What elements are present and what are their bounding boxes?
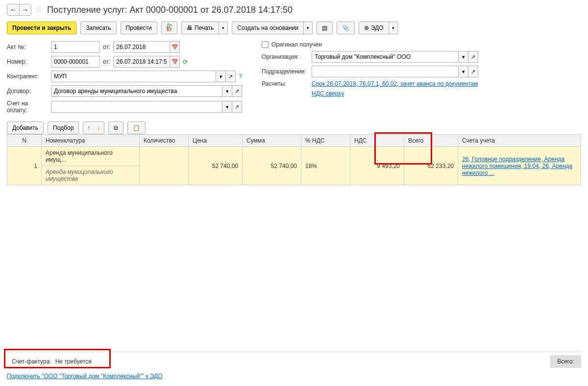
select-rows-button[interactable]: Подбор bbox=[48, 121, 79, 134]
col-total[interactable]: Всего bbox=[404, 135, 458, 147]
attach-button[interactable]: 📎 bbox=[337, 22, 355, 34]
act-no-label: Акт №: bbox=[7, 44, 48, 50]
vat-link[interactable]: НДС сверху bbox=[312, 90, 344, 97]
write-button[interactable]: Записать bbox=[80, 22, 116, 34]
from-label-2: от: bbox=[103, 58, 110, 65]
col-price[interactable]: Цена bbox=[189, 135, 243, 147]
edo-icon: ⊕ bbox=[364, 24, 369, 31]
original-label: Оригинал получен bbox=[271, 41, 322, 48]
counterparty-label: Контрагент: bbox=[7, 73, 48, 80]
docs-icon-button[interactable]: ▤ bbox=[317, 22, 333, 34]
printer-icon: 🖶 bbox=[187, 24, 193, 31]
copy-button[interactable]: ⧉ bbox=[108, 121, 123, 134]
print-button[interactable]: 🖶 Печать bbox=[181, 22, 219, 34]
docs-icon: ▤ bbox=[322, 24, 327, 31]
number-input[interactable] bbox=[51, 56, 100, 68]
refresh-icon[interactable]: ⟳ bbox=[183, 58, 188, 66]
col-vatpct[interactable]: % НДС bbox=[301, 135, 350, 147]
edo-dropdown[interactable]: ▾ bbox=[389, 22, 398, 34]
page-title: Поступление услуг: Акт 0000-000001 от 26… bbox=[47, 5, 293, 15]
act-date-picker[interactable]: 📅 bbox=[170, 41, 180, 53]
invoice-pay-input[interactable] bbox=[51, 101, 222, 113]
cell-accounts[interactable]: 26, Головное подразделение, Аренда нежил… bbox=[458, 147, 581, 185]
col-qty[interactable]: Количество bbox=[140, 135, 189, 147]
paperclip-icon: 📎 bbox=[342, 24, 349, 31]
cell-n[interactable]: 1 bbox=[7, 147, 42, 185]
dept-open[interactable]: ↗ bbox=[468, 66, 478, 77]
cell-vatpct[interactable]: 18% bbox=[301, 147, 350, 185]
nav-buttons: ← → bbox=[7, 4, 31, 16]
dept-label: Подразделение: bbox=[262, 68, 309, 75]
col-sum[interactable]: Сумма bbox=[243, 135, 301, 147]
col-accounts[interactable]: Счета учета bbox=[458, 135, 581, 147]
empty-table-area bbox=[7, 185, 581, 352]
invoice-label: Счет-фактура: bbox=[12, 358, 51, 365]
table-row: 1 Аренда муниципального имущ… 52 740,00 … bbox=[7, 147, 581, 166]
dept-dd[interactable]: ▾ bbox=[459, 66, 468, 77]
original-checkbox[interactable] bbox=[262, 41, 269, 48]
col-vat[interactable]: НДС bbox=[350, 135, 404, 147]
create-based-split: Создать на основании ▾ bbox=[232, 22, 313, 34]
cell-price[interactable]: 52 740,00 bbox=[189, 147, 243, 185]
org-label: Организация: bbox=[262, 53, 309, 60]
contract-open[interactable]: ↗ bbox=[232, 85, 242, 97]
org-dd[interactable]: ▾ bbox=[459, 51, 468, 63]
counterparty-input[interactable] bbox=[51, 71, 216, 82]
counterparty-open[interactable]: ↗ bbox=[226, 71, 236, 82]
col-n[interactable]: N bbox=[7, 135, 42, 147]
create-based-dropdown[interactable]: ▾ bbox=[304, 22, 313, 34]
cell-total[interactable]: 62 233,20 bbox=[404, 147, 458, 185]
number-label: Номер: bbox=[7, 58, 48, 65]
org-open[interactable]: ↗ bbox=[468, 51, 478, 63]
act-date-input[interactable] bbox=[113, 41, 170, 53]
edo-connect-link[interactable]: Подключить "ООО "Торговый дом "Комплексн… bbox=[7, 373, 163, 380]
total-label: Всего: bbox=[557, 358, 574, 365]
back-button[interactable]: ← bbox=[7, 4, 19, 15]
copy-icon: ⧉ bbox=[114, 124, 118, 131]
invoice-value: Не требуется bbox=[55, 358, 92, 365]
help-icon[interactable]: ? bbox=[239, 73, 242, 80]
cell-qty[interactable] bbox=[140, 147, 189, 185]
calc-label: Расчеты: bbox=[262, 80, 309, 87]
contract-label: Договор: bbox=[7, 88, 48, 95]
main-toolbar: Провести и закрыть Записать Провести ДтК… bbox=[7, 22, 581, 34]
cell-sum[interactable]: 52 740,00 bbox=[243, 147, 301, 185]
dtkt-button[interactable]: ДтКт bbox=[161, 22, 177, 34]
invoice-pay-open[interactable]: ↗ bbox=[232, 101, 242, 113]
invoice-box: Счет-фактура: Не требуется bbox=[7, 356, 97, 367]
number-date-picker[interactable]: 📅 bbox=[170, 56, 180, 68]
dept-input[interactable] bbox=[312, 66, 459, 77]
print-split-button: 🖶 Печать ▾ bbox=[181, 22, 228, 34]
org-input[interactable] bbox=[312, 51, 459, 63]
cell-item[interactable]: Аренда муниципального имущ… bbox=[42, 147, 140, 166]
paste-button[interactable]: 📋 bbox=[127, 121, 146, 134]
paste-icon: 📋 bbox=[133, 124, 140, 131]
number-date-input[interactable] bbox=[113, 56, 170, 68]
post-button[interactable]: Провести bbox=[121, 22, 157, 34]
print-dropdown[interactable]: ▾ bbox=[219, 22, 228, 34]
move-down-button[interactable]: ↓ bbox=[94, 123, 103, 132]
calc-link[interactable]: Срок 26.07.2018, 76.07.1, 60.02, зачет а… bbox=[312, 80, 478, 87]
counterparty-dd[interactable]: ▾ bbox=[216, 71, 226, 82]
dtkt-icon: ДтКт bbox=[167, 24, 172, 32]
contract-input[interactable] bbox=[51, 85, 222, 97]
cell-vat[interactable]: 9 493,20 bbox=[350, 147, 404, 185]
move-buttons: ↑ ↓ bbox=[83, 121, 104, 134]
edo-button[interactable]: ⊕ ЭДО bbox=[359, 22, 389, 34]
invoice-pay-dd[interactable]: ▾ bbox=[222, 101, 232, 113]
cell-item-sub[interactable]: Аренда муниципального имущества bbox=[42, 166, 140, 185]
favorite-icon[interactable]: ☆ bbox=[35, 4, 43, 15]
col-item[interactable]: Номенклатура bbox=[42, 135, 140, 147]
add-row-button[interactable]: Добавить bbox=[7, 121, 44, 134]
total-box: Всего: bbox=[550, 355, 581, 368]
from-label-1: от: bbox=[103, 44, 110, 50]
invoice-pay-label: Счет на оплату: bbox=[7, 100, 48, 114]
edo-split: ⊕ ЭДО ▾ bbox=[359, 22, 398, 34]
act-no-input[interactable] bbox=[51, 41, 100, 53]
contract-dd[interactable]: ▾ bbox=[222, 85, 232, 97]
move-up-button[interactable]: ↑ bbox=[84, 123, 93, 132]
forward-button[interactable]: → bbox=[19, 4, 31, 15]
items-table: N Номенклатура Количество Цена Сумма % Н… bbox=[7, 134, 581, 185]
post-close-button[interactable]: Провести и закрыть bbox=[7, 22, 76, 34]
create-based-button[interactable]: Создать на основании bbox=[232, 22, 304, 34]
